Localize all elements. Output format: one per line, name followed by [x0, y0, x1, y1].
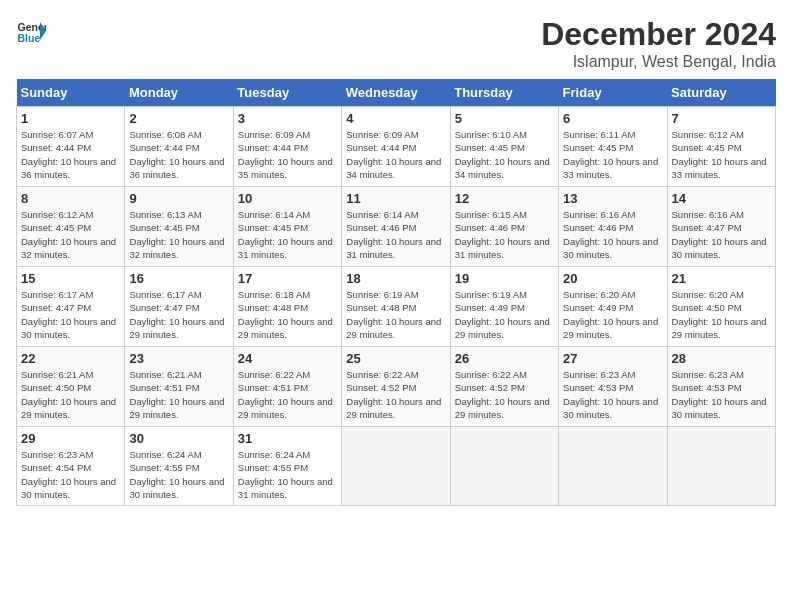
- day-info: Sunrise: 6:23 AMSunset: 4:53 PMDaylight:…: [672, 368, 771, 421]
- day-number: 17: [238, 271, 337, 286]
- day-info: Sunrise: 6:19 AMSunset: 4:48 PMDaylight:…: [346, 288, 445, 341]
- day-info: Sunrise: 6:24 AMSunset: 4:55 PMDaylight:…: [238, 448, 337, 501]
- day-info: Sunrise: 6:17 AMSunset: 4:47 PMDaylight:…: [129, 288, 228, 341]
- calendar-cell: 27Sunrise: 6:23 AMSunset: 4:53 PMDayligh…: [559, 347, 667, 427]
- calendar-cell: 23Sunrise: 6:21 AMSunset: 4:51 PMDayligh…: [125, 347, 233, 427]
- calendar-cell: 3Sunrise: 6:09 AMSunset: 4:44 PMDaylight…: [233, 107, 341, 187]
- calendar-cell: 7Sunrise: 6:12 AMSunset: 4:45 PMDaylight…: [667, 107, 775, 187]
- day-number: 7: [672, 111, 771, 126]
- calendar-cell: [559, 427, 667, 506]
- calendar-cell: 29Sunrise: 6:23 AMSunset: 4:54 PMDayligh…: [17, 427, 125, 506]
- header: General Blue December 2024 Islampur, Wes…: [16, 16, 776, 71]
- calendar-cell: [667, 427, 775, 506]
- day-number: 29: [21, 431, 120, 446]
- day-number: 3: [238, 111, 337, 126]
- day-number: 21: [672, 271, 771, 286]
- weekday-header: Tuesday: [233, 79, 341, 107]
- day-number: 26: [455, 351, 554, 366]
- calendar-cell: 4Sunrise: 6:09 AMSunset: 4:44 PMDaylight…: [342, 107, 450, 187]
- day-number: 16: [129, 271, 228, 286]
- day-number: 8: [21, 191, 120, 206]
- calendar-cell: 13Sunrise: 6:16 AMSunset: 4:46 PMDayligh…: [559, 187, 667, 267]
- day-info: Sunrise: 6:13 AMSunset: 4:45 PMDaylight:…: [129, 208, 228, 261]
- day-info: Sunrise: 6:22 AMSunset: 4:51 PMDaylight:…: [238, 368, 337, 421]
- day-number: 11: [346, 191, 445, 206]
- day-info: Sunrise: 6:21 AMSunset: 4:50 PMDaylight:…: [21, 368, 120, 421]
- day-info: Sunrise: 6:15 AMSunset: 4:46 PMDaylight:…: [455, 208, 554, 261]
- calendar-cell: 2Sunrise: 6:08 AMSunset: 4:44 PMDaylight…: [125, 107, 233, 187]
- day-number: 12: [455, 191, 554, 206]
- day-number: 14: [672, 191, 771, 206]
- calendar-cell: [450, 427, 558, 506]
- day-info: Sunrise: 6:14 AMSunset: 4:45 PMDaylight:…: [238, 208, 337, 261]
- calendar-cell: 17Sunrise: 6:18 AMSunset: 4:48 PMDayligh…: [233, 267, 341, 347]
- day-info: Sunrise: 6:09 AMSunset: 4:44 PMDaylight:…: [238, 128, 337, 181]
- day-info: Sunrise: 6:20 AMSunset: 4:50 PMDaylight:…: [672, 288, 771, 341]
- day-info: Sunrise: 6:20 AMSunset: 4:49 PMDaylight:…: [563, 288, 662, 341]
- day-number: 4: [346, 111, 445, 126]
- day-info: Sunrise: 6:16 AMSunset: 4:47 PMDaylight:…: [672, 208, 771, 261]
- day-number: 25: [346, 351, 445, 366]
- day-number: 15: [21, 271, 120, 286]
- calendar-cell: 26Sunrise: 6:22 AMSunset: 4:52 PMDayligh…: [450, 347, 558, 427]
- day-info: Sunrise: 6:23 AMSunset: 4:53 PMDaylight:…: [563, 368, 662, 421]
- day-info: Sunrise: 6:09 AMSunset: 4:44 PMDaylight:…: [346, 128, 445, 181]
- day-info: Sunrise: 6:14 AMSunset: 4:46 PMDaylight:…: [346, 208, 445, 261]
- calendar-cell: 22Sunrise: 6:21 AMSunset: 4:50 PMDayligh…: [17, 347, 125, 427]
- calendar-cell: 6Sunrise: 6:11 AMSunset: 4:45 PMDaylight…: [559, 107, 667, 187]
- calendar-week-row: 8Sunrise: 6:12 AMSunset: 4:45 PMDaylight…: [17, 187, 776, 267]
- day-info: Sunrise: 6:23 AMSunset: 4:54 PMDaylight:…: [21, 448, 120, 501]
- calendar-cell: 19Sunrise: 6:19 AMSunset: 4:49 PMDayligh…: [450, 267, 558, 347]
- calendar-cell: 16Sunrise: 6:17 AMSunset: 4:47 PMDayligh…: [125, 267, 233, 347]
- month-title: December 2024: [541, 16, 776, 53]
- calendar-cell: 25Sunrise: 6:22 AMSunset: 4:52 PMDayligh…: [342, 347, 450, 427]
- day-number: 10: [238, 191, 337, 206]
- calendar-week-row: 1Sunrise: 6:07 AMSunset: 4:44 PMDaylight…: [17, 107, 776, 187]
- day-number: 19: [455, 271, 554, 286]
- calendar-week-row: 22Sunrise: 6:21 AMSunset: 4:50 PMDayligh…: [17, 347, 776, 427]
- day-info: Sunrise: 6:24 AMSunset: 4:55 PMDaylight:…: [129, 448, 228, 501]
- weekday-header: Friday: [559, 79, 667, 107]
- logo: General Blue: [16, 16, 46, 46]
- weekday-header: Monday: [125, 79, 233, 107]
- calendar-cell: [342, 427, 450, 506]
- day-number: 2: [129, 111, 228, 126]
- day-info: Sunrise: 6:21 AMSunset: 4:51 PMDaylight:…: [129, 368, 228, 421]
- day-info: Sunrise: 6:12 AMSunset: 4:45 PMDaylight:…: [672, 128, 771, 181]
- calendar-cell: 11Sunrise: 6:14 AMSunset: 4:46 PMDayligh…: [342, 187, 450, 267]
- calendar-cell: 14Sunrise: 6:16 AMSunset: 4:47 PMDayligh…: [667, 187, 775, 267]
- day-info: Sunrise: 6:22 AMSunset: 4:52 PMDaylight:…: [346, 368, 445, 421]
- weekday-header-row: SundayMondayTuesdayWednesdayThursdayFrid…: [17, 79, 776, 107]
- logo-icon: General Blue: [16, 16, 46, 46]
- day-number: 30: [129, 431, 228, 446]
- day-number: 1: [21, 111, 120, 126]
- day-number: 18: [346, 271, 445, 286]
- day-number: 22: [21, 351, 120, 366]
- calendar-cell: 5Sunrise: 6:10 AMSunset: 4:45 PMDaylight…: [450, 107, 558, 187]
- weekday-header: Thursday: [450, 79, 558, 107]
- calendar-cell: 18Sunrise: 6:19 AMSunset: 4:48 PMDayligh…: [342, 267, 450, 347]
- location-title: Islampur, West Bengal, India: [541, 53, 776, 71]
- day-info: Sunrise: 6:19 AMSunset: 4:49 PMDaylight:…: [455, 288, 554, 341]
- calendar-cell: 20Sunrise: 6:20 AMSunset: 4:49 PMDayligh…: [559, 267, 667, 347]
- day-number: 23: [129, 351, 228, 366]
- calendar-cell: 31Sunrise: 6:24 AMSunset: 4:55 PMDayligh…: [233, 427, 341, 506]
- calendar-week-row: 15Sunrise: 6:17 AMSunset: 4:47 PMDayligh…: [17, 267, 776, 347]
- day-number: 20: [563, 271, 662, 286]
- day-number: 13: [563, 191, 662, 206]
- day-info: Sunrise: 6:10 AMSunset: 4:45 PMDaylight:…: [455, 128, 554, 181]
- calendar-cell: 1Sunrise: 6:07 AMSunset: 4:44 PMDaylight…: [17, 107, 125, 187]
- day-number: 6: [563, 111, 662, 126]
- title-area: December 2024 Islampur, West Bengal, Ind…: [541, 16, 776, 71]
- day-number: 9: [129, 191, 228, 206]
- calendar-table: SundayMondayTuesdayWednesdayThursdayFrid…: [16, 79, 776, 506]
- svg-text:Blue: Blue: [18, 32, 41, 44]
- calendar-cell: 21Sunrise: 6:20 AMSunset: 4:50 PMDayligh…: [667, 267, 775, 347]
- day-info: Sunrise: 6:08 AMSunset: 4:44 PMDaylight:…: [129, 128, 228, 181]
- day-info: Sunrise: 6:11 AMSunset: 4:45 PMDaylight:…: [563, 128, 662, 181]
- day-number: 28: [672, 351, 771, 366]
- day-info: Sunrise: 6:12 AMSunset: 4:45 PMDaylight:…: [21, 208, 120, 261]
- calendar-cell: 9Sunrise: 6:13 AMSunset: 4:45 PMDaylight…: [125, 187, 233, 267]
- day-number: 24: [238, 351, 337, 366]
- day-number: 31: [238, 431, 337, 446]
